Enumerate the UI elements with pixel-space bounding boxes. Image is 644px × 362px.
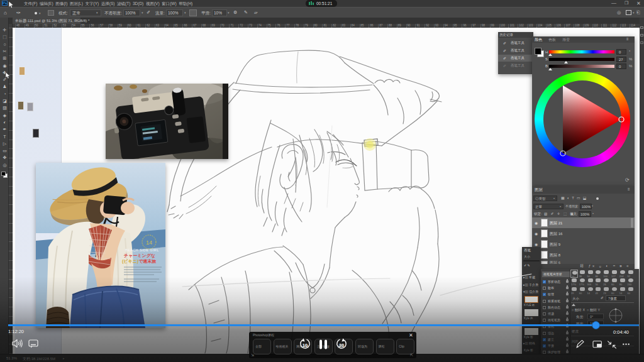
svg-text:14: 14 <box>146 239 152 246</box>
svg-text:チャーミングな: チャーミングな <box>123 253 155 258</box>
svg-text:BEACH SIDE GIRL: BEACH SIDE GIRL <box>125 248 159 252</box>
svg-text:30: 30 <box>339 343 344 348</box>
svg-text:(ビキニ)で週末旅: (ビキニ)で週末旅 <box>122 259 157 264</box>
svg-text:10: 10 <box>303 343 308 348</box>
